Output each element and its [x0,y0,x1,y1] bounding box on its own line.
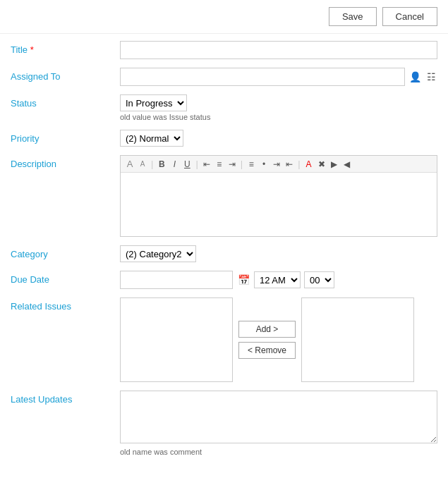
status-label: Status [11,94,120,109]
ltr-btn[interactable]: ▶ [329,159,340,170]
latest-updates-textarea[interactable] [120,391,437,443]
add-related-button[interactable]: Add > [238,321,296,338]
remove-related-button[interactable]: < Remove [238,342,296,359]
top-bar: Save Cancel [0,0,448,34]
status-note: old value was Issue status [120,113,437,121]
sep2: | [195,159,198,169]
due-date-label: Due Date [11,271,120,285]
assigned-to-wrapper: 👤 ☷ [120,68,437,86]
cancel-button[interactable]: Cancel [382,7,437,26]
font-color-btn[interactable]: A [303,159,315,170]
priority-label: Priority [11,130,120,144]
assigned-to-field: 👤 ☷ [120,68,437,86]
related-issues-target-list[interactable] [301,297,414,382]
sep1: | [151,159,153,169]
due-date-row: Due Date 📅 12 AM 1 AM2 AM3 AM 4 AM5 AM6 … [11,271,437,289]
align-right-btn[interactable]: ⇥ [226,159,238,170]
remove-format-btn[interactable]: ✖ [316,159,327,170]
title-field [120,41,437,59]
due-date-input[interactable] [120,271,233,289]
sep4: | [298,159,300,169]
category-label: Category [11,245,120,259]
latest-updates-row: Latest Updates old name was comment [11,391,437,456]
description-editor[interactable] [121,173,437,236]
due-date-row-inner: 📅 12 AM 1 AM2 AM3 AM 4 AM5 AM6 AM 7 AM8 … [120,271,437,289]
due-date-field: 📅 12 AM 1 AM2 AM3 AM 4 AM5 AM6 AM 7 AM8 … [120,271,437,289]
time-hour-select[interactable]: 12 AM 1 AM2 AM3 AM 4 AM5 AM6 AM 7 AM8 AM… [254,271,301,288]
priority-select[interactable]: (1) High (2) Normal (3) Low [120,130,183,147]
category-row: Category (1) Category1 (2) Category2 (3)… [11,245,437,262]
font-style-btn[interactable]: A [124,158,135,170]
latest-updates-label: Latest Updates [11,391,120,405]
ordered-list-btn[interactable]: ≡ [246,159,257,170]
align-center-btn[interactable]: ≡ [214,159,225,170]
outdent-btn[interactable]: ⇤ [284,159,295,170]
title-row: Title * [11,41,437,59]
time-min-select[interactable]: 00 15 30 45 [304,271,334,288]
person-picker-button[interactable]: 👤 [408,70,423,84]
bold-btn[interactable]: B [156,159,167,170]
category-select[interactable]: (1) Category1 (2) Category2 (3) Category… [120,245,196,262]
indent-btn[interactable]: ⇥ [271,159,282,170]
description-label: Description [11,155,120,169]
related-issues-wrapper: Add > < Remove [120,297,437,382]
category-field: (1) Category1 (2) Category2 (3) Category… [120,245,437,262]
title-input[interactable] [120,41,437,59]
required-marker: * [28,44,34,55]
calendar-icon[interactable]: 📅 [236,273,250,287]
priority-row: Priority (1) High (2) Normal (3) Low [11,130,437,147]
assigned-to-label: Assigned To [11,68,120,82]
assigned-to-row: Assigned To 👤 ☷ [11,68,437,86]
description-row: Description A A | B I U | ⇤ ≡ ⇥ | ≡ • ⇥ … [11,155,437,237]
related-issues-buttons: Add > < Remove [238,321,296,359]
description-field: A A | B I U | ⇤ ≡ ⇥ | ≡ • ⇥ ⇤ | A ✖ ▶ ◀ [120,155,437,237]
status-select[interactable]: In Progress Open Closed Resolved [120,94,187,111]
align-left-btn[interactable]: ⇤ [201,159,212,170]
sep3: | [241,159,243,169]
grid-picker-button[interactable]: ☷ [425,70,437,84]
save-button[interactable]: Save [329,7,377,26]
underline-btn[interactable]: U [181,159,193,170]
related-issues-label: Related Issues [11,297,120,312]
description-toolbar: A A | B I U | ⇤ ≡ ⇥ | ≡ • ⇥ ⇤ | A ✖ ▶ ◀ [121,156,437,173]
italic-btn[interactable]: I [169,159,180,170]
status-row: Status In Progress Open Closed Resolved … [11,94,437,121]
related-issues-source-list[interactable] [120,297,233,382]
unordered-list-btn[interactable]: • [258,159,270,170]
related-issues-row: Related Issues Add > < Remove [11,297,437,382]
priority-field: (1) High (2) Normal (3) Low [120,130,437,147]
status-field: In Progress Open Closed Resolved old val… [120,94,437,121]
form-body: Title * Assigned To 👤 ☷ Status In Progre… [0,34,448,472]
latest-updates-field: old name was comment [120,391,437,456]
font-size-btn[interactable]: A [137,159,148,168]
assigned-to-input[interactable] [120,68,405,86]
related-issues-field: Add > < Remove [120,297,437,382]
rtl-btn[interactable]: ◀ [341,159,353,170]
title-label: Title * [11,41,120,55]
latest-updates-note: old name was comment [120,448,437,456]
